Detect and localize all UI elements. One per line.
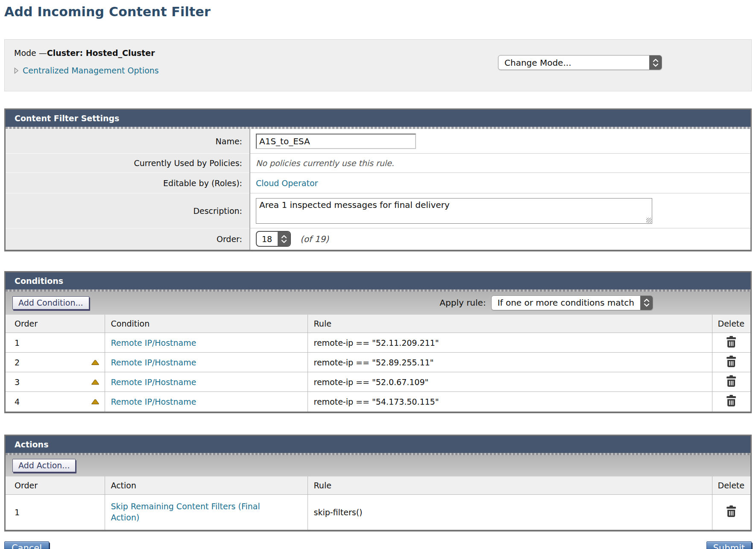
column-header-rule: Rule — [308, 476, 712, 495]
trash-icon — [726, 356, 737, 368]
description-textarea[interactable]: Area 1 inspected messages for final deli… — [256, 198, 652, 224]
content-filter-settings-panel: Content Filter Settings Name: Currently … — [4, 108, 752, 251]
order-total-text: (of 19) — [300, 234, 329, 244]
page-title: Add Incoming Content Filter — [4, 4, 752, 19]
conditions-panel: Conditions Add Condition... Apply rule: … — [4, 271, 752, 413]
add-condition-button[interactable]: Add Condition... — [12, 296, 89, 310]
add-incoming-content-filter-page: Add Incoming Content Filter Mode —Cluste… — [0, 0, 756, 549]
spacer — [4, 413, 752, 435]
select-stepper-icon — [278, 232, 290, 246]
name-label: Name: — [6, 129, 250, 154]
change-mode-select[interactable]: Change Mode... — [498, 55, 662, 70]
action-row: 1 Skip Remaining Content Filters (Final … — [6, 495, 750, 530]
column-header-order: Order — [6, 315, 105, 333]
settings-row-order: Order: 18 (of 19) — [6, 228, 750, 250]
apply-rule-select[interactable]: If one or more conditions match — [491, 295, 653, 310]
delete-condition-button[interactable] — [726, 336, 737, 348]
name-input[interactable] — [256, 134, 416, 149]
trash-icon — [726, 336, 737, 348]
condition-order: 1 — [15, 338, 20, 348]
actions-toolbar: Add Action... — [6, 455, 750, 476]
condition-link[interactable]: Remote IP/Hostname — [111, 377, 196, 387]
mode-cluster-value: Cluster: Hosted_Cluster — [47, 48, 155, 58]
condition-link[interactable]: Remote IP/Hostname — [111, 338, 196, 348]
apply-rule-selected-value: If one or more conditions match — [492, 296, 640, 310]
mode-separator: — — [39, 48, 47, 58]
select-stepper-icon — [640, 296, 653, 310]
condition-order: 3 — [15, 377, 20, 387]
trash-icon — [726, 395, 737, 407]
policies-label: Currently Used by Policies: — [6, 154, 250, 173]
condition-link[interactable]: Remote IP/Hostname — [111, 397, 196, 406]
actions-header-row: Order Action Rule Delete — [6, 476, 750, 495]
apply-rule-group: Apply rule: If one or more conditions ma… — [440, 295, 653, 310]
trash-icon — [726, 505, 737, 517]
move-up-icon[interactable] — [92, 360, 99, 365]
spacer — [4, 251, 752, 271]
expander-triangle-icon[interactable] — [14, 67, 19, 74]
policies-value: No policies currently use this rule. — [256, 158, 394, 168]
condition-rule: remote-ip == "52.11.209.211" — [308, 333, 712, 353]
actions-table: Order Action Rule Delete 1 Skip Remainin… — [6, 476, 750, 530]
settings-row-name: Name: — [6, 129, 750, 154]
cloud-operator-link[interactable]: Cloud Operator — [256, 178, 318, 188]
condition-link[interactable]: Remote IP/Hostname — [111, 358, 196, 367]
conditions-toolbar: Add Condition... Apply rule: If one or m… — [6, 292, 750, 315]
mode-label: Mode — [14, 48, 39, 58]
condition-row: 3 Remote IP/Hostname remote-ip == "52.0.… — [6, 372, 750, 392]
settings-panel-header: Content Filter Settings — [6, 110, 750, 127]
centralized-management-options-link[interactable]: Centralized Management Options — [23, 66, 159, 75]
settings-row-policies: Currently Used by Policies: No policies … — [6, 154, 750, 173]
settings-row-roles: Editable by (Roles): Cloud Operator — [6, 173, 750, 193]
delete-condition-button[interactable] — [726, 395, 737, 407]
move-up-icon[interactable] — [92, 380, 99, 384]
delete-action-button[interactable] — [726, 505, 737, 517]
condition-rule: remote-ip == "54.173.50.115" — [308, 392, 712, 412]
conditions-table: Order Condition Rule Delete 1 Remote IP/… — [6, 315, 750, 412]
settings-row-description: Description: Area 1 inspected messages f… — [6, 193, 750, 228]
conditions-header-row: Order Condition Rule Delete — [6, 315, 750, 333]
action-order: 1 — [15, 508, 20, 517]
delete-condition-button[interactable] — [726, 375, 737, 387]
spacer — [4, 91, 752, 108]
description-label: Description: — [6, 193, 250, 228]
footer-bar: Cancel Submit — [4, 541, 752, 549]
column-header-order: Order — [6, 476, 105, 495]
actions-panel: Actions Add Action... Order Action Rule … — [4, 435, 752, 531]
roles-label: Editable by (Roles): — [6, 173, 250, 193]
action-link[interactable]: Skip Remaining Content Filters (Final Ac… — [111, 501, 275, 523]
settings-table: Name: Currently Used by Policies: No pol… — [6, 129, 750, 250]
mode-panel: Mode —Cluster: Hosted_Cluster Change Mod… — [4, 39, 752, 91]
delete-condition-button[interactable] — [726, 356, 737, 368]
move-up-icon[interactable] — [92, 399, 99, 404]
select-stepper-icon — [649, 55, 662, 70]
order-spinner[interactable]: 18 — [256, 231, 291, 247]
column-header-delete: Delete — [712, 476, 750, 495]
conditions-panel-header: Conditions — [6, 272, 750, 289]
apply-rule-label: Apply rule: — [440, 298, 486, 308]
condition-order: 4 — [15, 397, 20, 406]
condition-rule: remote-ip == "52.0.67.109" — [308, 372, 712, 392]
condition-row: 1 Remote IP/Hostname remote-ip == "52.11… — [6, 333, 750, 353]
condition-row: 4 Remote IP/Hostname remote-ip == "54.17… — [6, 392, 750, 412]
textarea-resize-grip-icon[interactable] — [646, 218, 651, 223]
cancel-button[interactable]: Cancel — [4, 541, 49, 549]
order-selected-value: 18 — [257, 232, 278, 246]
column-header-delete: Delete — [712, 315, 750, 333]
condition-row: 2 Remote IP/Hostname remote-ip == "52.89… — [6, 353, 750, 372]
order-label: Order: — [6, 228, 250, 250]
change-mode-selected-value: Change Mode... — [498, 55, 649, 70]
condition-order: 2 — [15, 358, 20, 367]
trash-icon — [726, 375, 737, 387]
add-action-button[interactable]: Add Action... — [12, 459, 76, 472]
column-header-rule: Rule — [308, 315, 712, 333]
submit-button[interactable]: Submit — [706, 541, 752, 549]
column-header-condition: Condition — [105, 315, 308, 333]
action-rule: skip-filters() — [308, 495, 712, 530]
column-header-action: Action — [105, 476, 308, 495]
actions-panel-header: Actions — [6, 436, 750, 453]
condition-rule: remote-ip == "52.89.255.11" — [308, 353, 712, 372]
